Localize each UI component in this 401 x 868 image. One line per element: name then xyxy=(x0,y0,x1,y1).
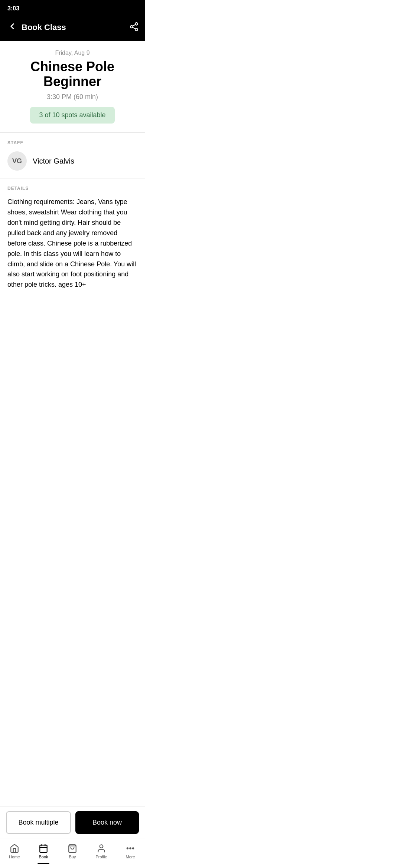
back-button[interactable] xyxy=(6,20,19,35)
spots-badge: 3 of 10 spots available xyxy=(30,107,114,124)
status-time: 3:03 xyxy=(7,5,19,11)
staff-name: Victor Galvis xyxy=(33,157,74,165)
nav-left: Book Class xyxy=(6,20,66,35)
details-section: DETAILS Clothing requirements: Jeans, Va… xyxy=(7,178,137,297)
svg-line-3 xyxy=(133,27,135,29)
details-text: Clothing requirements: Jeans, Vans type … xyxy=(7,197,137,290)
svg-line-4 xyxy=(133,24,135,26)
staff-section: STAFF VG Victor Galvis xyxy=(7,133,137,178)
staff-label: STAFF xyxy=(7,140,137,145)
staff-avatar: VG xyxy=(7,151,27,171)
page-title: Book Class xyxy=(22,23,66,32)
main-content: Friday, Aug 9 Chinese Pole Beginner 3:30… xyxy=(0,41,145,306)
class-time: 3:30 PM (60 min) xyxy=(7,93,137,101)
status-bar: 3:03 xyxy=(0,0,145,16)
class-title: Chinese Pole Beginner xyxy=(7,59,137,89)
staff-row: VG Victor Galvis xyxy=(7,151,137,171)
nav-header: Book Class xyxy=(0,16,145,41)
details-label: DETAILS xyxy=(7,186,137,191)
share-button[interactable] xyxy=(129,22,139,33)
class-date: Friday, Aug 9 xyxy=(7,50,137,56)
